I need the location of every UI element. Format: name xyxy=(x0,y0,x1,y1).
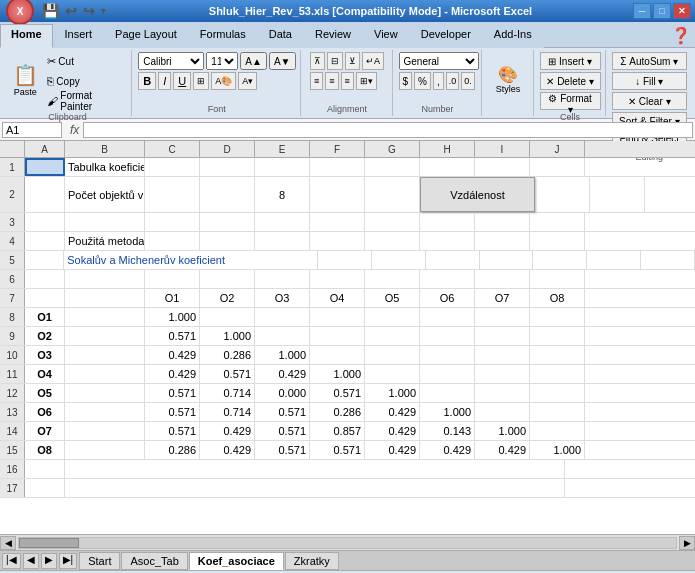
cell-a7[interactable] xyxy=(25,289,65,307)
cut-button[interactable]: ✂ Cut xyxy=(44,52,127,70)
cell-f8[interactable] xyxy=(310,308,365,326)
cell-j4[interactable] xyxy=(530,232,585,250)
cell-g2[interactable] xyxy=(365,177,420,212)
scroll-left-btn[interactable]: ◀ xyxy=(0,536,16,550)
cell-a4[interactable] xyxy=(25,232,65,250)
cell-i14[interactable]: 1.000 xyxy=(475,422,530,440)
cell-a16[interactable] xyxy=(25,460,65,478)
cell-i2[interactable] xyxy=(535,177,590,212)
align-top-btn[interactable]: ⊼ xyxy=(310,52,325,70)
cell-g6[interactable] xyxy=(365,270,420,288)
cell-b6[interactable] xyxy=(65,270,145,288)
cell-b5[interactable]: Sokalův a Michenerův koeficient xyxy=(64,251,318,269)
col-header-d[interactable]: D xyxy=(200,141,255,157)
cell-d15[interactable]: 0.429 xyxy=(200,441,255,459)
col-header-f[interactable]: F xyxy=(310,141,365,157)
cell-e6[interactable] xyxy=(255,270,310,288)
cell-f14[interactable]: 0.857 xyxy=(310,422,365,440)
tab-nav-last[interactable]: ▶| xyxy=(59,553,78,569)
tab-add-ins[interactable]: Add-Ins xyxy=(483,24,543,48)
cell-i4[interactable] xyxy=(475,232,530,250)
cell-i12[interactable] xyxy=(475,384,530,402)
cell-f9[interactable] xyxy=(310,327,365,345)
cell-c12[interactable]: 0.571 xyxy=(145,384,200,402)
cell-h14[interactable]: 0.143 xyxy=(420,422,475,440)
cell-b10[interactable] xyxy=(65,346,145,364)
cell-f12[interactable]: 0.571 xyxy=(310,384,365,402)
cell-h7[interactable]: O6 xyxy=(420,289,475,307)
bold-button[interactable]: B xyxy=(138,72,156,90)
cell-a8[interactable]: O1 xyxy=(25,308,65,326)
cell-j6[interactable] xyxy=(530,270,585,288)
cell-b9[interactable] xyxy=(65,327,145,345)
cell-f1[interactable] xyxy=(310,158,365,176)
sheet-tab-asoc-tab[interactable]: Asoc_Tab xyxy=(121,552,187,570)
undo-quick-btn[interactable]: ↩ xyxy=(63,3,79,19)
italic-button[interactable]: I xyxy=(158,72,171,90)
cell-e11[interactable]: 0.429 xyxy=(255,365,310,383)
customize-quick-btn[interactable]: ▾ xyxy=(99,6,108,16)
cell-c2[interactable] xyxy=(145,177,200,212)
cell-d3[interactable] xyxy=(200,213,255,231)
cell-d6[interactable] xyxy=(200,270,255,288)
align-right-btn[interactable]: ≡ xyxy=(341,72,354,90)
cell-j8[interactable] xyxy=(530,308,585,326)
cell-a2[interactable] xyxy=(25,177,65,212)
cell-a13[interactable]: O6 xyxy=(25,403,65,421)
col-header-j[interactable]: J xyxy=(530,141,585,157)
cell-b1[interactable]: Tabulka koeficientů asociace xyxy=(65,158,145,176)
fill-btn[interactable]: ↓ Fill ▾ xyxy=(612,72,687,90)
cell-c4[interactable] xyxy=(145,232,200,250)
format-cells-btn[interactable]: ⚙ Format ▾ xyxy=(540,92,601,110)
cell-a14[interactable]: O7 xyxy=(25,422,65,440)
cell-e7[interactable]: O3 xyxy=(255,289,310,307)
font-size-select[interactable]: 11 xyxy=(206,52,238,70)
cell-j13[interactable] xyxy=(530,403,585,421)
cell-b12[interactable] xyxy=(65,384,145,402)
col-header-g[interactable]: G xyxy=(365,141,420,157)
cell-b3[interactable] xyxy=(65,213,145,231)
cell-h4[interactable] xyxy=(420,232,475,250)
cell-d7[interactable]: O2 xyxy=(200,289,255,307)
wrap-text-btn[interactable]: ↵A xyxy=(362,52,384,70)
cell-a10[interactable]: O3 xyxy=(25,346,65,364)
cell-g12[interactable]: 1.000 xyxy=(365,384,420,402)
cell-i6[interactable] xyxy=(475,270,530,288)
sum-btn[interactable]: Σ AutoSum ▾ xyxy=(612,52,687,70)
cell-f7[interactable]: O4 xyxy=(310,289,365,307)
cell-d10[interactable]: 0.286 xyxy=(200,346,255,364)
cell-h12[interactable] xyxy=(420,384,475,402)
cell-i7[interactable]: O7 xyxy=(475,289,530,307)
cell-a6[interactable] xyxy=(25,270,65,288)
cell-h1[interactable] xyxy=(420,158,475,176)
formula-input[interactable] xyxy=(83,122,693,138)
cell-j9[interactable] xyxy=(530,327,585,345)
tab-view[interactable]: View xyxy=(363,24,409,48)
cell-j7[interactable]: O8 xyxy=(530,289,585,307)
cell-f10[interactable] xyxy=(310,346,365,364)
cell-e8[interactable] xyxy=(255,308,310,326)
cell-h10[interactable] xyxy=(420,346,475,364)
cell-a1[interactable] xyxy=(25,158,65,176)
cell-b17[interactable] xyxy=(65,479,565,497)
cell-b2[interactable]: Počet objektů v tabulce: xyxy=(65,177,145,212)
cell-d14[interactable]: 0.429 xyxy=(200,422,255,440)
cell-e5[interactable] xyxy=(372,251,426,269)
tab-developer[interactable]: Developer xyxy=(410,24,482,48)
font-family-select[interactable]: Calibri xyxy=(138,52,204,70)
cell-j12[interactable] xyxy=(530,384,585,402)
vzdalenost-button[interactable]: Vzdálenost xyxy=(420,177,535,212)
sheet-tab-zkratky[interactable]: Zkratky xyxy=(285,552,339,570)
underline-button[interactable]: U xyxy=(173,72,191,90)
cell-i1[interactable] xyxy=(475,158,530,176)
decrease-decimal-btn[interactable]: 0. xyxy=(461,72,475,90)
tab-nav-next[interactable]: ▶ xyxy=(41,553,57,569)
cell-e10[interactable]: 1.000 xyxy=(255,346,310,364)
cell-j2[interactable] xyxy=(590,177,645,212)
cell-c3[interactable] xyxy=(145,213,200,231)
cell-b7[interactable] xyxy=(65,289,145,307)
cell-i5[interactable] xyxy=(587,251,641,269)
cell-b8[interactable] xyxy=(65,308,145,326)
cell-d5[interactable] xyxy=(318,251,372,269)
cell-a12[interactable]: O5 xyxy=(25,384,65,402)
